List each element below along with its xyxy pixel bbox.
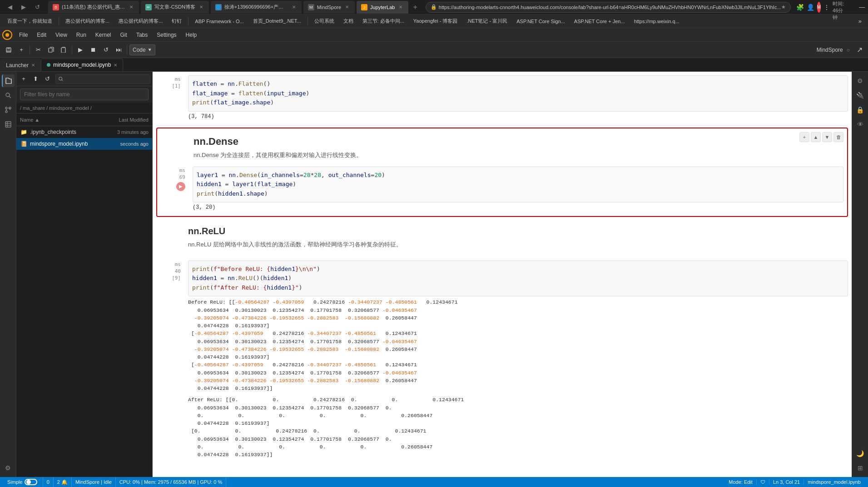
menu-kernel[interactable]: Kernel [91, 30, 116, 40]
rs-moon-icon[interactable]: 🌙 [854, 447, 867, 460]
menu-tabs[interactable]: Tabs [132, 30, 152, 40]
favbar-more[interactable]: » [856, 18, 864, 25]
cell-type-select[interactable]: Code ▼ [129, 44, 155, 55]
filter-input[interactable] [20, 89, 149, 100]
fav-huigong2[interactable]: 惠公据代码的博客... [115, 16, 166, 26]
tab-mindspore-close[interactable]: ✕ [114, 63, 117, 68]
sidebar-files-icon[interactable] [2, 74, 15, 87]
refresh-files-button[interactable]: ↺ [42, 74, 53, 84]
right-sidebar: ⚙ 🔌 🔒 👁 🌙 ⊞ [852, 72, 868, 477]
address-bar[interactable]: 🔒 https://authoring-modelarts-cnnorth4.h… [426, 2, 791, 13]
add-above-button[interactable]: + [799, 132, 809, 142]
fav-netbook[interactable]: .NET笔记 - 富川民 [463, 16, 511, 26]
copy-button[interactable] [45, 44, 57, 56]
new-folder-button[interactable]: + [18, 74, 29, 84]
menu-edit[interactable]: Edit [32, 30, 51, 40]
fav-company[interactable]: 公司系统 [311, 16, 338, 26]
move-up-button[interactable]: ▲ [811, 132, 821, 142]
run-cell-button-2[interactable]: ▶ [176, 182, 185, 191]
status-shield: 🛡 [757, 479, 769, 485]
nav-refresh[interactable]: ↺ [31, 2, 44, 13]
tab-close-1[interactable]: ✕ [128, 4, 134, 10]
stop-button[interactable]: ⏹ [87, 44, 99, 56]
code-input-relu[interactable]: print(f"Before ReLU: {hidden1}\n\n") hid… [188, 261, 848, 297]
cell-time-4: 40 [175, 268, 181, 274]
run-cell-button[interactable]: ▶ [74, 44, 86, 56]
tab-close-3[interactable]: ✕ [291, 4, 297, 10]
tab-mindspore-notebook[interactable]: mindspore_model.ipynb ✕ [41, 59, 123, 71]
app-logo [2, 30, 13, 40]
menu-file[interactable]: File [15, 30, 32, 40]
cut-button[interactable]: ✂ [32, 44, 44, 56]
rs-gear-icon[interactable]: ⚙ [854, 74, 867, 87]
menu-run[interactable]: Run [72, 30, 91, 40]
rs-grid-icon[interactable]: ⊞ [854, 462, 867, 474]
file-item-checkpoints[interactable]: 📁 .ipynb_checkpoints 3 minutes ago [16, 126, 152, 138]
browser-tab-csdn[interactable]: B (11条消息) 惠公据代码_惠公系统... ✕ [48, 1, 139, 14]
code-input-2[interactable]: layer1 = nn.Dense(in_channels=28*28, out… [193, 167, 843, 203]
menu-settings[interactable]: Settings [152, 30, 181, 40]
delete-cell-button[interactable]: 🗑 [833, 132, 843, 142]
menu-git[interactable]: Git [116, 30, 132, 40]
fav-dotnet9[interactable]: 首页_Dotnet9_.NET... [249, 16, 305, 26]
minimize-button[interactable]: — [852, 0, 868, 15]
browser-tab-xutao[interactable]: 🌐 徐涛+139606996696+产品体验评... ✕ [211, 1, 302, 14]
tab-launcher-close[interactable]: ✕ [31, 63, 35, 68]
rs-eye-icon[interactable]: 👁 [854, 118, 867, 131]
paste-button[interactable] [58, 44, 69, 56]
user-avatar[interactable]: M [817, 2, 821, 13]
sidebar-search-icon[interactable] [2, 89, 15, 102]
cell-body-relu[interactable]: print(f"Before ReLU: {hidden1}\n\n") hid… [184, 259, 852, 462]
fav-dingding[interactable]: 钉钉 [168, 16, 185, 26]
fav-abp[interactable]: ABP Framework - O... [191, 17, 247, 25]
browser-tab-write[interactable]: ✏ 写文章-CSDN博客 ✕ [141, 1, 209, 14]
sidebar-settings-icon[interactable]: ⚙ [2, 462, 15, 474]
tab-close-2[interactable]: ✕ [198, 4, 204, 10]
tab-launcher[interactable]: Launcher ✕ [0, 59, 41, 71]
tab-label-4: MindSpore [317, 5, 341, 10]
tab-close-4[interactable]: ✕ [344, 4, 350, 10]
settings-dots-icon[interactable]: ⋮ [823, 4, 830, 11]
sidebar-git-icon[interactable] [2, 103, 15, 116]
profile-icon[interactable]: 👤 [807, 4, 814, 11]
move-down-button[interactable]: ▼ [822, 132, 832, 142]
fav-baidu[interactable]: 百度一下，你就知道 [4, 16, 56, 26]
code-line-2b: hidden1 = layer1(flat_image) [197, 181, 296, 187]
simple-toggle[interactable] [25, 479, 37, 485]
nav-forward[interactable]: ▶ [17, 2, 30, 13]
file-panel-toolbar: + ⬆ ↺ [16, 72, 152, 86]
file-item-notebook[interactable]: 📔 mindspore_model.ipynb seconds ago [16, 138, 152, 150]
cell-relu-code: ms 40 [9] print(f"Before ReLU: {hidden1}… [153, 257, 852, 464]
fav-huigong1[interactable]: 惠公据代码的博客... [62, 16, 113, 26]
header-modified[interactable]: Last Modified [94, 117, 149, 123]
restart-button[interactable]: ↺ [100, 44, 112, 56]
tab-close-5[interactable]: ✕ [397, 4, 404, 10]
code-input-1[interactable]: flatten = nn.Flatten() flat_image = flat… [188, 75, 848, 112]
code-text-1c: print(flat_image.shape) [192, 99, 274, 106]
fav-aspnet1[interactable]: ASP.NET Core Sign... [513, 17, 569, 25]
new-tab-button[interactable]: + [410, 3, 420, 11]
menu-view[interactable]: View [51, 30, 72, 40]
cell-body-2[interactable]: layer1 = nn.Dense(in_channels=28*28, out… [189, 165, 847, 215]
nav-back[interactable]: ◀ [4, 2, 16, 13]
fav-third[interactable]: 第三节: 必备中间... [359, 16, 408, 26]
sidebar-table-icon[interactable] [2, 118, 15, 131]
add-cell-button[interactable]: + [15, 44, 27, 56]
header-name[interactable]: Name ▲ [20, 117, 94, 123]
rs-lock-icon[interactable]: 🔒 [854, 103, 867, 116]
browser-tab-jupyter[interactable]: J JupyterLab ✕ [357, 1, 408, 14]
extensions-icon[interactable]: 🧩 [796, 4, 804, 11]
address-star[interactable]: ★ [781, 4, 786, 10]
upload-button[interactable]: ⬆ [30, 74, 41, 84]
fav-sep-2 [188, 17, 188, 25]
fav-weixin[interactable]: https://mp.weixin.q... [630, 17, 683, 25]
fav-docs[interactable]: 文档 [340, 16, 357, 26]
browser-tab-mindspore[interactable]: M MindSpore ✕ [303, 1, 355, 14]
save-button[interactable] [3, 44, 15, 56]
fav-aspnet2[interactable]: ASP.NET Core + Jen... [570, 17, 629, 25]
kernel-menu-button[interactable]: ↗ [853, 44, 865, 56]
menu-help[interactable]: Help [181, 30, 202, 40]
fav-yaopeng[interactable]: Yaopengfei - 博客园 [410, 16, 461, 26]
rs-plugin-icon[interactable]: 🔌 [854, 89, 867, 102]
run-all-button[interactable]: ⏭ [113, 44, 124, 56]
